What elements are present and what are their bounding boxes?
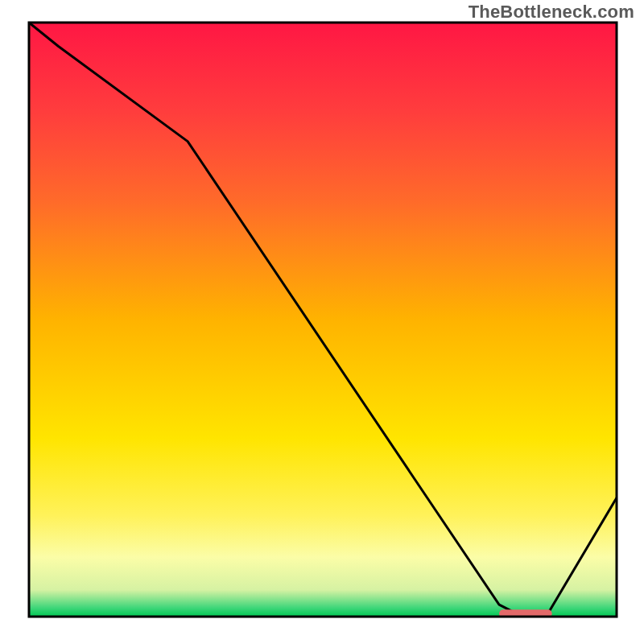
watermark-text: TheBottleneck.com (469, 2, 634, 23)
chart-svg (0, 0, 644, 644)
bottleneck-chart: TheBottleneck.com (0, 0, 644, 644)
plot-background (29, 23, 617, 617)
